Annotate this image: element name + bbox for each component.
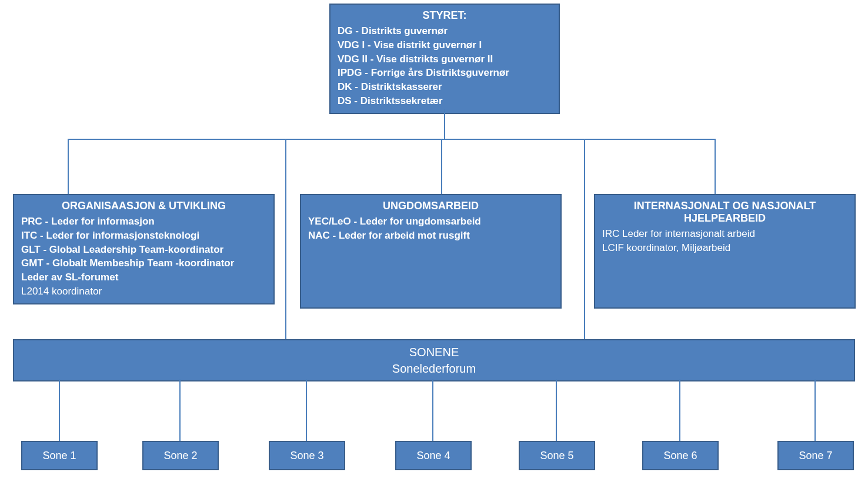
styret-title: STYRET: [338,9,552,22]
ungdom-line: YEC/LeO - Leder for ungdomsarbeid [308,215,553,229]
sonene-subtitle: Sonelederforum [18,360,850,377]
connector [556,379,557,441]
sone-box-1: Sone 1 [21,441,98,470]
sone-label: Sone 3 [290,450,323,462]
sone-label: Sone 6 [663,450,697,462]
inter-line: IRC Leder for internasjonalt arbeid [602,227,847,241]
sone-label: Sone 2 [163,450,197,462]
styret-line: DS - Distriktssekretær [338,94,552,108]
styret-box: STYRET: DG - Distrikts guvernør VDG I - … [329,4,560,114]
styret-line: VDG I - Vise distrikt guvernør I [338,38,552,52]
sone-label: Sone 1 [42,450,76,462]
org-box: ORGANISAASJON & UTVIKLING PRC - Leder fo… [13,194,275,304]
org-line: Leder av SL-forumet [21,270,266,284]
sone-box-3: Sone 3 [269,441,345,470]
org-line: GMT - Globalt Membeship Team -koordinato… [21,256,266,270]
connector [441,139,442,195]
connector [444,109,445,139]
styret-line: VDG II - Vise distrikts guvernør II [338,52,552,66]
sonene-title: SONENE [18,344,850,360]
connector [584,139,585,339]
inter-box: INTERNASJONALT OG NASJONALT HJELPEARBEID… [594,194,856,309]
org-title: ORGANISAASJON & UTVIKLING [21,200,266,212]
connector [59,379,60,441]
styret-line: DG - Distrikts guvernør [338,24,552,38]
sone-box-4: Sone 4 [395,441,472,470]
sone-box-6: Sone 6 [642,441,719,470]
org-line: ITC - Leder for informasjonsteknologi [21,229,266,243]
ungdom-line: NAC - Leder for arbeid mot rusgift [308,229,553,243]
sone-box-2: Sone 2 [142,441,219,470]
org-line: PRC - Leder for informasjon [21,215,266,229]
connector [285,139,286,339]
connector [179,379,181,441]
sonene-box: SONENE Sonelederforum [13,339,855,381]
sone-label: Sone 5 [540,450,573,462]
styret-line: IPDG - Forrige års Distriktsguvernør [338,66,552,80]
ungdom-title: UNGDOMSARBEID [308,200,553,212]
connector [306,379,307,441]
connector [679,379,680,441]
connector [814,379,816,441]
inter-title: INTERNASJONALT OG NASJONALT HJELPEARBEID [602,200,847,225]
styret-line: DK - Distriktskasserer [338,80,552,94]
sone-box-7: Sone 7 [777,441,854,470]
connector [432,379,433,441]
ungdom-box: UNGDOMSARBEID YEC/LeO - Leder for ungdom… [300,194,562,309]
connector [68,139,69,195]
connector [68,139,715,140]
org-line: GLT - Global Leadership Team-koordinator [21,243,266,257]
sone-label: Sone 7 [799,450,832,462]
inter-line: LCIF koordinator, Miljøarbeid [602,241,847,255]
sone-label: Sone 4 [416,450,450,462]
connector [715,139,716,195]
sone-box-5: Sone 5 [519,441,595,470]
org-line: L2014 koordinator [21,284,266,299]
